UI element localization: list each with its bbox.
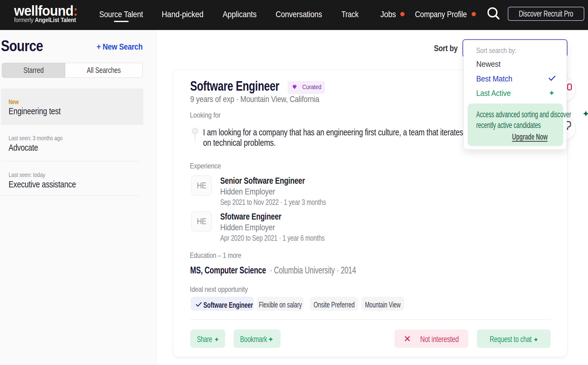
upgrade-notice: Access advanced sorting and discover rec… bbox=[468, 103, 563, 146]
sparkle-icon bbox=[549, 90, 554, 97]
source-sidebar: Source + New Search Starred All Searches… bbox=[0, 30, 156, 365]
tab-starred[interactable]: Starred bbox=[2, 63, 65, 78]
discover-recruit-pro-button[interactable]: Discover Recruit Pro bbox=[508, 7, 584, 21]
nav-company-profile[interactable]: Company Profile bbox=[415, 0, 477, 28]
company-logo: HE bbox=[191, 211, 212, 231]
ideal-next-opportunity-label: Ideal next opportunity bbox=[190, 285, 259, 294]
divider bbox=[2, 161, 140, 161]
sidebar-tabs: Starred All Searches bbox=[2, 63, 143, 78]
nav-conversations[interactable]: Conversations bbox=[276, 0, 330, 28]
experience-label: Experience bbox=[190, 162, 226, 170]
not-interested-button[interactable]: Not interested bbox=[394, 329, 468, 348]
search-item-status: Last seen: today bbox=[9, 171, 55, 179]
bookmark-button[interactable]: Bookmark bbox=[234, 329, 281, 348]
search-item-status: Last seen: 3 months ago bbox=[9, 134, 77, 142]
sparkle-icon bbox=[214, 337, 219, 342]
chip-onsite-preferred[interactable]: Onsite Preferred bbox=[310, 297, 358, 311]
education-school-year: · Columbia University · 2014 bbox=[270, 265, 388, 276]
experience-title: Sfotware Engineer bbox=[220, 212, 297, 222]
experience-dates: Sep 2021 to Nov 2022 · 1 year 3 months bbox=[220, 198, 356, 207]
thumbs-down-icon bbox=[567, 84, 572, 90]
divider bbox=[190, 319, 551, 320]
company-logo: HE bbox=[191, 175, 212, 196]
tab-all-searches[interactable]: All Searches bbox=[65, 63, 143, 78]
notice-text-line2: recently active candidates bbox=[476, 121, 570, 130]
quote-pin-icon bbox=[192, 128, 198, 146]
experience-title: Senior Software Engineer bbox=[220, 176, 326, 186]
search-item-name[interactable]: Executive assistance bbox=[9, 179, 90, 190]
jobs-notification-dot bbox=[400, 12, 405, 16]
company-profile-notification-dot bbox=[472, 12, 476, 16]
nav-applicants[interactable]: Applicants bbox=[223, 0, 262, 28]
request-to-chat-button[interactable]: Request to chat bbox=[477, 329, 551, 348]
nav-jobs[interactable]: Jobs bbox=[380, 0, 398, 28]
chip-software-engineer[interactable]: Software Engineer bbox=[191, 297, 254, 311]
looking-for-text-line2: on technical problems. bbox=[203, 138, 291, 148]
nav-source-talent[interactable]: Source Talent bbox=[99, 0, 151, 28]
search-icon[interactable] bbox=[488, 7, 500, 20]
tagline-prefix: formerly bbox=[14, 17, 35, 23]
gem-icon bbox=[292, 84, 297, 90]
x-icon bbox=[405, 336, 410, 341]
notice-text-line1: Access advanced sorting and discover bbox=[476, 110, 588, 119]
sparkle-icon bbox=[534, 337, 538, 342]
search-item-name[interactable]: Advocate bbox=[9, 143, 45, 153]
experience-dates: Apr 2020 to Sep 2021 · 1 year 6 months bbox=[220, 234, 354, 243]
sort-menu-header: Sort search by: bbox=[476, 46, 525, 55]
option-last-active[interactable]: Last Active bbox=[476, 88, 514, 98]
active-nav-underline bbox=[114, 21, 129, 22]
tagline-bold: AngelList Talent bbox=[35, 17, 76, 23]
search-item-name[interactable]: Engineering test bbox=[9, 106, 71, 116]
experience-company: Hidden Employer bbox=[220, 187, 285, 197]
sort-dropdown-menu: Sort search by: Newest Best Match Last A… bbox=[463, 40, 567, 150]
check-icon bbox=[548, 76, 556, 82]
candidate-meta: 9 years of exp · Mountain View, Californ… bbox=[190, 94, 346, 104]
share-button[interactable]: Share bbox=[190, 329, 225, 348]
option-best-match[interactable]: Best Match bbox=[476, 74, 515, 84]
option-newest[interactable]: Newest bbox=[476, 59, 503, 69]
sparkle-icon bbox=[268, 337, 273, 342]
divider bbox=[2, 195, 140, 196]
new-search-button[interactable]: + New Search bbox=[90, 42, 143, 52]
curated-badge: Curated bbox=[288, 81, 325, 94]
top-navbar: wellfound: formerly AngelList Talent Sou… bbox=[0, 0, 588, 30]
chip-flexible-on-salary[interactable]: Flexible on salary bbox=[257, 297, 304, 311]
nav-hand-picked[interactable]: Hand-picked bbox=[162, 0, 209, 28]
nav-track[interactable]: Track bbox=[341, 0, 362, 28]
upgrade-now-link[interactable]: Upgrade Now bbox=[512, 132, 565, 142]
sort-by-label: Sort by bbox=[434, 43, 463, 53]
education-label: Education – 1 more bbox=[190, 251, 253, 260]
search-item-status: New bbox=[9, 98, 22, 106]
chip-mountain-view[interactable]: Mountain View bbox=[361, 297, 404, 311]
sidebar-title: Source bbox=[1, 37, 51, 55]
looking-for-label: Looking for bbox=[190, 111, 226, 119]
experience-company: Hidden Employer bbox=[220, 223, 285, 232]
check-icon bbox=[196, 302, 202, 307]
logo-tagline: formerly AngelList Talent bbox=[14, 17, 84, 24]
curated-badge-label: Curated bbox=[302, 84, 324, 91]
